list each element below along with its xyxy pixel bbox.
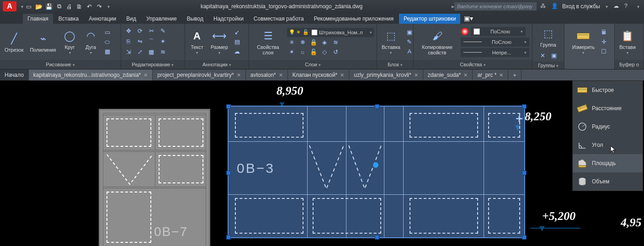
lineweight-combo[interactable]: ПоСлою <box>461 37 529 47</box>
copy-icon[interactable]: ⎘ <box>124 37 133 46</box>
current-layer-combo[interactable]: 💡 ☀ 🔓 Штриховка_Ном..п <box>287 28 374 37</box>
erase-icon[interactable]: ✎ <box>158 27 167 35</box>
tab-addins[interactable]: Надстройки <box>209 14 248 24</box>
panel-annot-title[interactable]: Аннотации <box>202 62 231 67</box>
undo-icon[interactable]: ↶ <box>85 3 93 10</box>
layer-on-icon[interactable]: ✴ <box>287 48 296 56</box>
edit-block-icon[interactable]: ✎ <box>405 38 414 46</box>
redo-icon[interactable]: ↷ <box>96 3 103 10</box>
ungroup-icon[interactable]: ✕ <box>538 51 548 59</box>
measure-volume[interactable]: Объем <box>573 172 643 191</box>
selection-grip[interactable] <box>375 104 379 109</box>
doc-tab-add[interactable]: ＋ <box>508 70 522 80</box>
layer-match-icon[interactable]: ≋ <box>331 38 340 47</box>
measure-quick[interactable]: Быстрое <box>573 81 643 99</box>
circle-button[interactable]: ◯ Круг <box>61 28 79 56</box>
paste-button[interactable]: 📋 Встави <box>617 28 638 56</box>
layer-iso-icon[interactable]: ◈ <box>320 38 329 47</box>
layer-lock-icon[interactable]: 🔒 <box>309 38 318 47</box>
selection-grip[interactable] <box>522 171 527 175</box>
drawing-canvas[interactable]: 8,950 ▼ 8,250 ▼ + +5,200 ▼ 4,95 0B−7 <box>0 80 644 246</box>
tab-annotations[interactable]: Аннотации <box>84 14 121 24</box>
tab-manage[interactable]: Управление <box>142 14 181 24</box>
autodesk-icon[interactable]: ⁂ <box>540 3 548 10</box>
tab-output[interactable]: Вывод <box>182 14 208 24</box>
explode-icon[interactable]: ✶ <box>158 37 167 46</box>
selected-block[interactable]: 0В−3 <box>228 106 525 238</box>
measure-angle[interactable]: Угол <box>573 136 643 154</box>
text-button[interactable]: A Текст <box>188 28 206 56</box>
qat-caret[interactable]: ▾ <box>106 4 112 9</box>
offset-icon[interactable]: ≋ <box>158 48 167 56</box>
arc-button[interactable]: ◠ Дуга <box>82 28 100 56</box>
group-button[interactable]: ⬚ Группа <box>538 26 558 48</box>
mirror-icon[interactable]: ⇋ <box>135 37 144 46</box>
new-icon[interactable]: ▭ <box>25 3 32 10</box>
ellipse-icon[interactable]: ⬭ <box>103 38 112 46</box>
measure-button[interactable]: Измерить <box>570 28 597 56</box>
trim-icon[interactable]: ✂ <box>147 27 156 35</box>
match-props-button[interactable]: 🖌 Копирование свойств <box>416 28 458 56</box>
attr-icon[interactable]: A <box>405 48 414 56</box>
measure-distance[interactable]: Расстояние <box>573 99 643 118</box>
rotate-icon[interactable]: ⟳ <box>135 27 144 35</box>
panel-block-title[interactable]: Блок <box>388 62 403 67</box>
tab-view[interactable]: Вид <box>122 14 141 24</box>
help-icon[interactable]: ? <box>624 3 632 10</box>
scale-icon[interactable]: ⤢ <box>135 48 144 56</box>
measure-radius[interactable]: Радиус <box>573 118 643 136</box>
saveall-icon[interactable]: ⧉ <box>55 3 63 10</box>
calc-icon[interactable]: 🖩 <box>599 28 608 37</box>
close-icon[interactable]: ✕ <box>414 72 418 78</box>
plot-icon[interactable]: 🗎 <box>75 3 83 10</box>
linetype-combo[interactable]: Непре... <box>461 48 529 57</box>
measure-area[interactable]: Площадь <box>573 154 643 172</box>
insert-button[interactable]: ⬚ Вставка <box>380 28 402 56</box>
close-icon[interactable]: ✕ <box>237 72 241 78</box>
doc-tab-4[interactable]: Клапан пусковой*✕ <box>288 70 350 80</box>
app-menu-caret[interactable]: ▾ <box>19 4 25 9</box>
layer-prev-icon[interactable]: ↺ <box>331 48 340 56</box>
close-icon[interactable]: ✕ <box>499 72 503 78</box>
panel-edit-title[interactable]: Редактирование <box>132 62 174 67</box>
create-block-icon[interactable]: ▣ <box>405 28 414 37</box>
array-icon[interactable]: ▦ <box>147 48 156 56</box>
doc-tab-1[interactable]: kapitalnaya_rekonstru...istrativnogo_zda… <box>29 70 153 80</box>
search-keyword-input[interactable]: Введите ключевое слово/фразу <box>454 2 537 11</box>
fillet-icon[interactable]: ⌒ <box>147 37 156 46</box>
tab-hatch-editor[interactable]: Редактор штриховки <box>399 14 460 24</box>
help-caret[interactable]: ▾ <box>635 4 641 9</box>
doc-tab-start[interactable]: Начало <box>0 70 29 80</box>
selection-grip[interactable] <box>226 235 231 240</box>
leader-icon[interactable]: ↙ <box>233 28 242 37</box>
layer-thaw-icon[interactable]: ☼ <box>298 48 307 56</box>
selection-grip[interactable] <box>375 235 379 240</box>
panel-draw-title[interactable]: Рисование <box>46 62 75 67</box>
sign-in-caret[interactable]: ▾ <box>604 4 610 9</box>
selection-grip[interactable] <box>522 104 527 109</box>
select-icon[interactable]: ☐ <box>599 48 608 56</box>
save-icon[interactable]: 💾 <box>45 3 53 10</box>
panel-groups-title[interactable]: Группы <box>538 63 559 68</box>
close-icon[interactable]: ✕ <box>463 72 468 78</box>
panel-layers-title[interactable]: Слои <box>305 62 321 67</box>
dimension-button[interactable]: ⟷ Размер <box>209 28 230 56</box>
table-icon[interactable]: ▤ <box>233 38 242 46</box>
print-pdf-icon[interactable]: 🖨 <box>65 3 73 10</box>
cloud-icon[interactable]: ☁ <box>613 3 621 10</box>
sign-in-label[interactable]: Вход в службы <box>562 3 600 10</box>
app-logo[interactable]: A <box>3 1 16 11</box>
panel-props-title[interactable]: Свойства <box>460 62 485 67</box>
layer-props-button[interactable]: ☰ Свойства слоя <box>252 28 284 56</box>
point-icon[interactable]: ✛ <box>599 38 608 46</box>
open-icon[interactable]: 📂 <box>35 3 43 10</box>
tab-home[interactable]: Главная <box>23 14 53 24</box>
stretch-icon[interactable]: ⇲ <box>124 48 133 56</box>
layer-freeze-icon[interactable]: ❄ <box>298 38 307 47</box>
group-edit-icon[interactable]: ▣ <box>549 51 559 59</box>
color-wheel-icon[interactable] <box>461 27 469 36</box>
tab-featured[interactable]: Рекомендованные приложения <box>309 14 398 24</box>
doc-tab-2[interactable]: project_pereplanirovki_kvartiry*✕ <box>153 70 245 80</box>
layer-unlock-icon[interactable]: 🔓 <box>309 48 318 56</box>
user-icon[interactable]: 👤 <box>551 3 559 10</box>
